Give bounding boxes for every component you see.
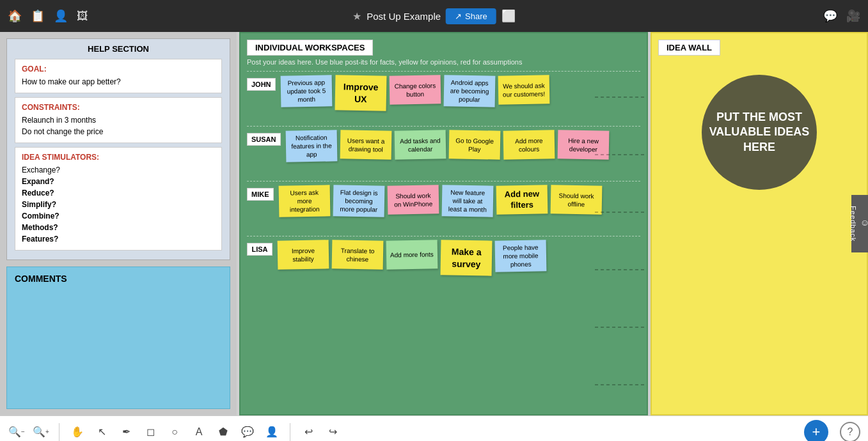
feedback-label: Feedback <box>849 206 857 242</box>
stimulators-text: Exchange?Expand?Reduce?Simplify?Combine?… <box>22 164 215 245</box>
user-row-john: JOHN Previous app update took 5 month Im… <box>247 71 640 122</box>
comments-section: COMMENTS <box>6 267 230 409</box>
image-icon[interactable]: 🖼 <box>77 10 88 23</box>
constraints-text: Relaunch in 3 monthsDo not change the pr… <box>22 114 215 137</box>
user-label-susan: SUSAN <box>247 133 281 146</box>
document-title: Post Up Example <box>367 11 441 22</box>
eraser-tool-button[interactable]: ◻ <box>141 423 159 441</box>
left-panel: HELP SECTION GOAL: How to make our app b… <box>0 32 237 415</box>
note[interactable]: Users ask more integration <box>278 185 330 217</box>
note[interactable]: Add tasks and calendar <box>394 130 446 159</box>
add-button[interactable]: + <box>804 420 828 442</box>
pointer-tool-button[interactable]: ↖ <box>93 423 111 441</box>
fill-tool-button[interactable]: ⬟ <box>214 423 232 441</box>
idea-wall-circle-text: PUT THE MOST VALUABLE IDEAS HERE <box>702 110 817 155</box>
note[interactable]: Add new filters <box>496 185 548 214</box>
note[interactable]: We should ask our customers! <box>498 75 549 104</box>
workspace-panel: INDIVIDUAL WORKSPACES Post your ideas he… <box>239 32 648 415</box>
help-section-title: HELP SECTION <box>15 44 222 54</box>
zoom-out-button[interactable]: 🔍− <box>8 423 26 441</box>
idea-wall-circle: PUT THE MOST VALUABLE IDEAS HERE <box>702 75 817 190</box>
note[interactable]: Go to Google Play <box>448 130 500 159</box>
note[interactable]: Previous app update took 5 month <box>280 75 332 107</box>
note[interactable]: Should work offline <box>550 185 602 214</box>
toolbar-separator-2 <box>290 423 290 441</box>
note[interactable]: Notification features in the app <box>285 130 337 162</box>
goal-section: GOAL: How to make our app better? <box>15 59 222 93</box>
lisa-notes: Improve stability Translate to chinese A… <box>278 240 640 275</box>
note[interactable]: Users want a drawing tool <box>340 130 391 159</box>
workspace-subtitle: Post your ideas here. Use blue post-its … <box>247 58 640 66</box>
user-row-mike: MIKE Users ask more integration Flat des… <box>247 181 640 232</box>
stimulators-heading: IDEA STIMULATORS: <box>22 153 215 162</box>
note[interactable]: Flat design is becoming more popular <box>333 185 384 217</box>
susan-notes: Notification features in the app Users w… <box>286 130 640 162</box>
idea-wall-title: IDEA WALL <box>658 40 720 56</box>
star-icon[interactable]: ★ <box>352 10 361 22</box>
note[interactable]: Hire a new developer <box>557 130 609 159</box>
note[interactable]: New feature will take at least a month <box>441 185 493 217</box>
constraints-section: CONSTRAINTS: Relaunch in 3 monthsDo not … <box>15 97 222 143</box>
note[interactable]: Add more fonts <box>386 240 438 269</box>
mike-notes: Users ask more integration Flat design i… <box>279 185 641 217</box>
bottom-toolbar: 🔍− 🔍+ ✋ ↖ ✒ ◻ ○ A ⬟ 💬 👤 ↩ ↪ + ? <box>0 415 868 441</box>
goal-text: How to make our app better? <box>22 76 215 88</box>
idea-wall-panel: IDEA WALL PUT THE MOST VALUABLE IDEAS HE… <box>651 32 868 415</box>
note[interactable]: Android apps are becoming popular <box>443 75 495 107</box>
note[interactable]: People have more mobile phones <box>494 240 546 272</box>
text-tool-button[interactable]: A <box>190 423 208 441</box>
note[interactable]: Should work on WinPhone <box>387 185 439 214</box>
goal-heading: GOAL: <box>22 65 215 74</box>
top-toolbar: 🏠 📋 👤 🖼 ★ Post Up Example ↗ Share ⬜ 💬 🎥 <box>0 0 868 32</box>
user-icon[interactable]: 👤 <box>54 9 68 23</box>
help-section: HELP SECTION GOAL: How to make our app b… <box>6 38 230 260</box>
workspace-title: INDIVIDUAL WORKSPACES <box>247 40 373 56</box>
chat-icon[interactable]: 💬 <box>823 9 837 23</box>
home-icon[interactable]: 🏠 <box>8 9 22 23</box>
constraints-heading: CONSTRAINTS: <box>22 103 215 112</box>
comment-tool-button[interactable]: 💬 <box>239 423 256 441</box>
undo-button[interactable]: ↩ <box>299 423 317 441</box>
toolbar-separator <box>59 423 59 441</box>
stimulators-section: IDEA STIMULATORS: Exchange?Expand?Reduce… <box>15 147 222 251</box>
share-button[interactable]: ↗ Share <box>446 8 496 24</box>
hand-tool-button[interactable]: ✋ <box>68 423 86 441</box>
john-notes: Previous app update took 5 month Improve… <box>281 75 640 111</box>
note[interactable]: Make a survey <box>440 240 492 275</box>
help-button[interactable]: ? <box>840 422 860 442</box>
note[interactable]: Translate to chinese <box>332 240 384 269</box>
user-label-john: JOHN <box>247 78 276 91</box>
pen-tool-button[interactable]: ✒ <box>117 423 135 441</box>
user-row-susan: SUSAN Notification features in the app U… <box>247 126 640 177</box>
note[interactable]: Change colors button <box>389 75 441 104</box>
shape-tool-button[interactable]: ○ <box>166 423 184 441</box>
feedback-tab[interactable]: ☺ Feedback <box>851 195 868 252</box>
user-label-lisa: LISA <box>247 243 272 256</box>
person-tool-button[interactable]: 👤 <box>263 423 281 441</box>
main-content: HELP SECTION GOAL: How to make our app b… <box>0 32 868 415</box>
redo-button[interactable]: ↪ <box>324 423 342 441</box>
user-label-mike: MIKE <box>247 188 274 201</box>
note[interactable]: Improve UX <box>335 75 386 111</box>
video-icon[interactable]: 🎥 <box>846 9 860 23</box>
layers-icon[interactable]: 📋 <box>31 9 45 23</box>
user-row-lisa: LISA Improve stability Translate to chin… <box>247 236 640 287</box>
zoom-in-button[interactable]: 🔍+ <box>32 423 50 441</box>
note[interactable]: Improve stability <box>278 240 329 269</box>
present-icon[interactable]: ⬜ <box>501 9 516 23</box>
note[interactable]: Add more colours <box>503 130 555 159</box>
share-icon: ↗ <box>455 12 462 21</box>
comments-title: COMMENTS <box>15 274 222 284</box>
